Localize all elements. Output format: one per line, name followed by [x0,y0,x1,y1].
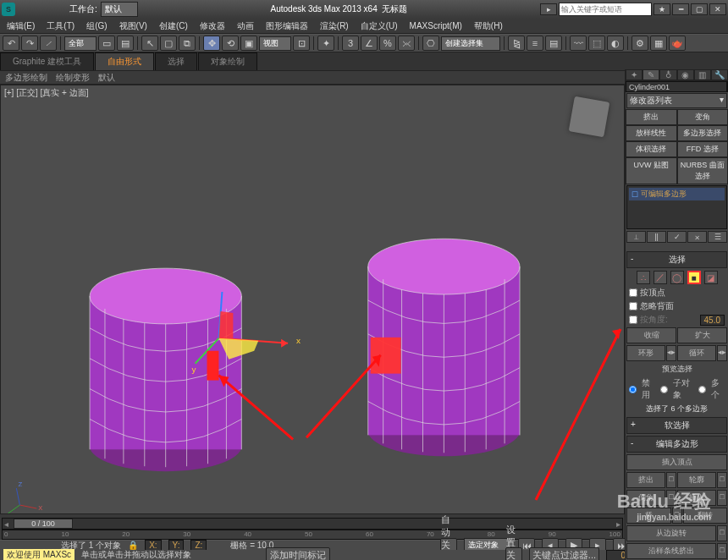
tab-hierarchy[interactable]: ♁ [659,69,676,80]
stack-unique-button[interactable]: ✓ [667,231,687,243]
align-button[interactable]: ≡ [527,36,543,51]
menu-tools[interactable]: 工具(T) [43,19,78,33]
tab-motion[interactable]: ◉ [677,69,694,80]
menu-customize[interactable]: 自定义(U) [357,19,401,33]
ring-spin[interactable]: ◂▸ [666,345,676,361]
menu-graph[interactable]: 图形编辑器 [262,19,312,33]
ribbon-sub-paintdeform[interactable]: 绘制变形 [56,72,90,84]
btn-ffd[interactable]: FFD 选择 [677,141,729,157]
extrude-opt[interactable]: □ [666,472,676,488]
subobj-border[interactable]: ◯ [670,271,684,284]
loop-spin[interactable]: ◂▸ [717,345,727,361]
menu-modifiers[interactable]: 修改器 [196,19,229,33]
tab-utilities[interactable]: 🔧 [711,69,728,80]
tab-modify[interactable]: ✎ [643,69,659,80]
select-name-button[interactable]: ▤ [117,36,134,51]
menu-edit[interactable]: 编辑(E) [3,19,38,33]
ribbon-tab-freeform[interactable]: 自由形式 [95,52,154,70]
alongspline-opt[interactable]: □ [717,543,727,559]
menu-animation[interactable]: 动画 [234,19,257,33]
btn-polysel[interactable]: 多边形选择 [677,125,729,141]
menu-view[interactable]: 视图(V) [116,19,151,33]
modifier-list-dropdown[interactable]: 修改器列表 [626,93,727,108]
subobj-element[interactable]: ◪ [704,271,718,284]
material-button[interactable]: ◐ [607,36,624,51]
schematic-button[interactable]: ⬚ [588,36,605,51]
ribbon-sub-polypaint[interactable]: 多边形绘制 [5,72,47,84]
named-sel-button[interactable]: ⎔ [422,36,439,51]
render-setup-button[interactable]: ⚙ [631,36,648,51]
addtime-button[interactable]: 添加时间标记 [266,547,330,560]
menu-render[interactable]: 渲染(R) [317,19,352,33]
time-slider[interactable]: ◂ 0 / 100 ▸ [2,518,623,530]
rad-preview-sub[interactable] [660,386,668,393]
btn-uvw[interactable]: UVW 贴图 [626,157,677,184]
setkey-button[interactable]: 设置关键点 [505,547,522,560]
btn-nurbs[interactable]: NURBS 曲面选择 [677,157,729,184]
ref-coord-dropdown[interactable]: 视图 [259,36,291,51]
btn-extrude[interactable]: 挤出 [626,109,677,125]
angle-snap-button[interactable]: ∠ [361,36,378,51]
btn-chamfer[interactable]: 变角 [677,109,729,125]
help-star-icon[interactable]: ★ [654,3,670,15]
btn-alongspline[interactable]: 沿样条线挤出 [626,543,716,559]
snap-button[interactable]: 3 [342,36,359,51]
spinner-snap-button[interactable]: ⩙ [398,36,415,51]
subobj-edge[interactable]: ／ [654,271,667,284]
selection-filter-dropdown[interactable]: 全部 [64,36,97,51]
chk-byvertex[interactable] [629,288,637,297]
subobj-vertex[interactable]: ∴ [637,271,650,284]
render-frame-button[interactable]: ▦ [650,36,667,51]
window-crossing-button[interactable]: ⧉ [179,36,196,51]
pivot-button[interactable]: ⊡ [293,36,310,51]
btn-shrink[interactable]: 收缩 [626,327,676,343]
btn-loop[interactable]: 循环 [677,345,716,361]
menu-create[interactable]: 创建(C) [156,19,191,33]
object-name-field[interactable] [626,81,727,92]
btn-extrude2[interactable]: 挤出 [626,472,665,488]
select-button[interactable]: ▭ [98,36,115,51]
subobj-polygon[interactable]: ■ [687,271,701,284]
rad-preview-off[interactable] [629,386,637,393]
mirror-button[interactable]: ⧎ [508,36,525,51]
stack-remove-button[interactable]: ⨉ [687,231,707,243]
ribbon-tab-selection[interactable]: 选择 [155,52,197,70]
menu-group[interactable]: 组(G) [83,19,110,33]
select-object-button[interactable]: ↖ [141,36,158,51]
percent-snap-button[interactable]: % [379,36,396,51]
minimize-button[interactable]: ━ [672,3,689,15]
btn-outline[interactable]: 轮廓 [677,472,716,488]
rollout-softsel[interactable]: 软选择 [626,417,727,434]
btn-volsel[interactable]: 体积选择 [626,141,677,157]
named-sel-dropdown[interactable]: 创建选择集 [441,36,500,51]
ribbon-sub-default[interactable]: 默认 [98,72,115,84]
inset-opt[interactable]: □ [717,490,727,506]
help-search-input[interactable] [559,3,652,16]
btn-grow[interactable]: 扩大 [677,327,727,343]
rollout-selection[interactable]: 选择 [626,251,727,268]
outline-opt[interactable]: □ [717,472,727,488]
move-button[interactable]: ✥ [203,36,220,51]
fromedge-opt[interactable]: □ [717,525,727,541]
ribbon-tab-objectpaint[interactable]: 对象绘制 [198,52,257,70]
menu-help[interactable]: 帮助(H) [471,19,506,33]
btn-fromedge[interactable]: 从边旋转 [626,525,716,541]
welcome-link[interactable]: 欢迎使用 MAXSc [3,549,74,560]
btn-ring[interactable]: 环形 [626,345,665,361]
manip-button[interactable]: ✦ [317,36,334,51]
keyfilter-button[interactable]: 关键点过滤器... [529,547,599,560]
rollout-editpoly[interactable]: 编辑多边形 [626,436,727,453]
ribbon-tab-graphite[interactable]: Graphite 建模工具 [0,52,94,70]
btn-loft[interactable]: 放样线性 [626,125,677,141]
maximize-button[interactable]: ▢ [691,3,708,15]
layers-button[interactable]: ▤ [545,36,562,51]
angle-field[interactable]: 45.0 [700,315,725,326]
tab-display[interactable]: ▥ [694,69,711,80]
stack-pin-button[interactable]: ⟂ [626,231,646,243]
menu-maxscript[interactable]: MAXScript(M) [406,20,466,31]
close-button[interactable]: ✕ [709,3,726,15]
render-button[interactable]: 🫖 [669,36,686,51]
time-knob[interactable]: 0 / 100 [14,519,73,529]
viewport[interactable]: [+] [正交] [真实 + 边面] [0,85,625,514]
btn-insertvertex[interactable]: 插入顶点 [626,454,727,470]
